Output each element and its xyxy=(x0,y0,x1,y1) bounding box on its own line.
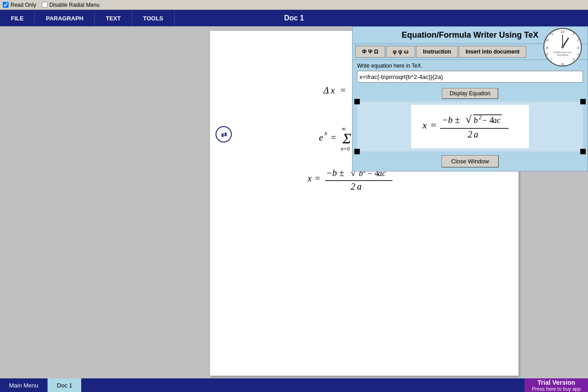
svg-text:=: = xyxy=(330,132,337,142)
readonly-label: Read Only xyxy=(10,2,36,8)
resize-handle-tr[interactable] xyxy=(580,99,586,104)
svg-text:=: = xyxy=(314,173,321,183)
svg-text:a: a xyxy=(357,181,362,191)
clock-svg: 12 3 6 9 1 2 4 5 11 10 8 7 xyxy=(542,27,583,68)
doc1-tab[interactable]: Doc 1 xyxy=(48,378,81,392)
menu-file[interactable]: FILE xyxy=(0,10,35,26)
resize-handle-bl[interactable] xyxy=(354,149,360,154)
menubar: FILE PARAGRAPH TEXT TOOLS Doc 1 xyxy=(0,10,588,26)
disable-radial-checkbox-label[interactable]: Disable Radial Menu xyxy=(42,2,100,8)
svg-text:∞: ∞ xyxy=(342,125,346,132)
display-eq-svg: x = −b ± √ b 2 − 4 ac 2 a xyxy=(420,109,520,141)
svg-text:6: 6 xyxy=(562,62,564,66)
tab-phi-psi-omega[interactable]: Φ Ψ Ω xyxy=(355,46,385,58)
main-menu-button[interactable]: Main Menu xyxy=(0,378,48,392)
svg-text:2: 2 xyxy=(351,181,355,191)
svg-text:−b ±: −b ± xyxy=(326,168,344,178)
svg-text:=: = xyxy=(430,119,437,131)
equation-preview-area: x = −b ± √ b 2 − 4 ac 2 a xyxy=(357,102,583,152)
trial-version-title: Trial Version xyxy=(538,379,575,386)
svg-text:LivingEnzyme Corp.: LivingEnzyme Corp. xyxy=(554,51,572,54)
readonly-checkbox[interactable] xyxy=(3,2,9,8)
resize-handle-tl[interactable] xyxy=(354,99,360,104)
svg-text:2: 2 xyxy=(468,129,472,139)
svg-text:3: 3 xyxy=(577,46,579,50)
disable-radial-checkbox[interactable] xyxy=(42,2,48,8)
bottombar: Main Menu Doc 1 Trial Version Press here… xyxy=(0,378,588,392)
tab-phi-psi-omega-lower[interactable]: φ ψ ω xyxy=(386,46,415,58)
tab-instruction[interactable]: Instruction xyxy=(416,46,458,58)
trial-version-subtitle: Press here to buy app xyxy=(532,386,581,392)
svg-text:a: a xyxy=(474,129,478,139)
svg-text:x: x xyxy=(307,173,312,183)
svg-text:4: 4 xyxy=(577,53,579,56)
svg-text:8: 8 xyxy=(546,53,548,56)
svg-text:10: 10 xyxy=(545,39,549,42)
svg-text:√: √ xyxy=(466,113,472,125)
svg-text:1: 1 xyxy=(573,32,575,35)
equation-display: x = −b ± √ b 2 − 4 ac 2 a xyxy=(411,105,529,148)
menu-tools[interactable]: TOOLS xyxy=(132,10,175,26)
radial-icon: ⇄ xyxy=(221,130,227,139)
svg-text:2: 2 xyxy=(577,39,579,42)
svg-text:7: 7 xyxy=(551,58,553,61)
close-window-button[interactable]: Close Window xyxy=(441,155,498,167)
menu-paragraph[interactable]: PARAGRAPH xyxy=(35,10,95,26)
svg-text:9: 9 xyxy=(546,46,549,50)
doc-area: Δ x = ∫ t₁ t₀ v (t) dt e x = xyxy=(141,26,588,378)
svg-text:x: x xyxy=(330,85,335,95)
svg-text:International: International xyxy=(557,54,568,56)
svg-text:b: b xyxy=(474,116,478,125)
svg-text:2: 2 xyxy=(479,114,482,121)
radial-menu-button[interactable]: ⇄ xyxy=(216,126,232,142)
topbar: Read Only Disable Radial Menu xyxy=(0,0,588,10)
svg-text:n=0: n=0 xyxy=(341,146,350,152)
formula-tex-input[interactable] xyxy=(357,71,583,83)
svg-text:ac: ac xyxy=(493,116,500,125)
svg-text:Δ: Δ xyxy=(323,85,329,95)
disable-radial-label: Disable Radial Menu xyxy=(49,2,100,8)
svg-point-46 xyxy=(561,46,564,48)
main-area: Δ x = ∫ t₁ t₀ v (t) dt e x = xyxy=(0,26,588,378)
svg-text:x: x xyxy=(324,130,328,137)
svg-text:12: 12 xyxy=(561,29,565,34)
resize-handle-br[interactable] xyxy=(580,149,586,154)
svg-text:Σ: Σ xyxy=(342,130,351,147)
left-panel xyxy=(0,26,141,378)
menu-text[interactable]: TEXT xyxy=(95,10,132,26)
svg-text:11: 11 xyxy=(550,32,554,35)
tab-insert-into-document[interactable]: Insert into document xyxy=(459,46,526,58)
svg-text:5: 5 xyxy=(573,58,575,61)
svg-text:=: = xyxy=(340,85,346,95)
svg-text:− 4: − 4 xyxy=(482,116,494,125)
readonly-checkbox-label[interactable]: Read Only xyxy=(3,2,36,8)
doc-title: Doc 1 xyxy=(284,14,304,22)
svg-text:e: e xyxy=(319,132,323,142)
formula-panel: 12 3 6 9 1 2 4 5 11 10 8 7 xyxy=(352,26,588,172)
display-equation-button[interactable]: Display Equation xyxy=(442,88,498,99)
svg-text:−b ±: −b ± xyxy=(442,115,460,125)
trial-version-banner[interactable]: Trial Version Press here to buy app xyxy=(524,378,588,392)
clock-container: 12 3 6 9 1 2 4 5 11 10 8 7 xyxy=(542,27,588,69)
svg-text:x: x xyxy=(422,119,427,131)
